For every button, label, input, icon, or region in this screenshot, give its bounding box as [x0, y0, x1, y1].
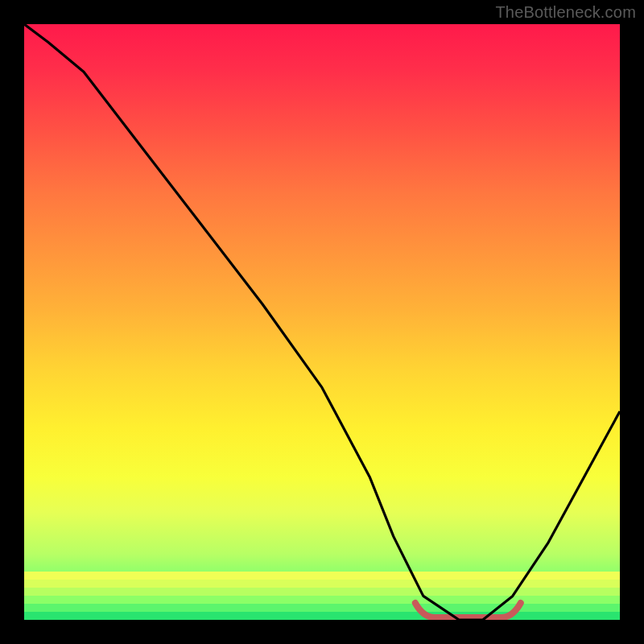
chart-plot-area [24, 24, 620, 620]
chart-svg [24, 24, 620, 620]
bottleneck-curve [24, 24, 620, 620]
watermark-text: TheBottleneck.com [495, 3, 636, 22]
trough-highlight [415, 603, 521, 617]
